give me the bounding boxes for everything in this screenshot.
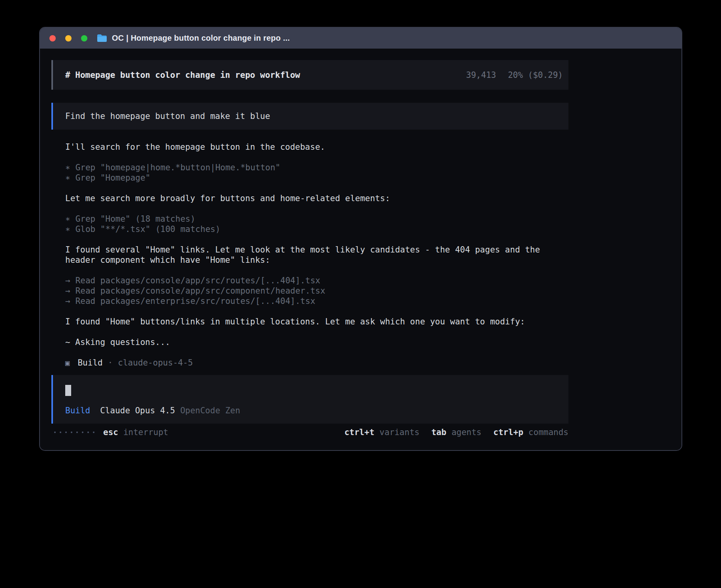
tool-call-glob: ∗ Glob "**/*.tsx" (100 matches) xyxy=(51,224,568,234)
tool-call-group: → Read packages/console/app/src/routes/[… xyxy=(51,275,568,306)
tool-call-group: ∗ Grep "homepage|home.*button|Home.*butt… xyxy=(51,162,568,183)
shortcut-label: agents xyxy=(451,427,481,437)
desktop-background: { "window": { "title": "OC | Homepage bu… xyxy=(0,0,721,588)
folder-icon xyxy=(97,34,107,42)
tool-marker: → xyxy=(65,275,70,286)
assistant-paragraph: I found several "Home" links. Let me loo… xyxy=(51,245,568,265)
terminal-content: # Homepage button color change in repo w… xyxy=(40,49,681,450)
tool-text: Read packages/console/app/src/routes/[..… xyxy=(75,275,321,286)
esc-key-hint: esc xyxy=(103,427,118,437)
assistant-paragraph: I found "Home" buttons/links in multiple… xyxy=(51,317,568,327)
tool-text: Read packages/enterprise/src/routes/[...… xyxy=(75,296,315,306)
status-bar: esc interrupt ctrl+t variants tab agents… xyxy=(51,427,568,437)
assistant-paragraph: I'll search for the homepage button in t… xyxy=(51,142,568,152)
tool-marker: ∗ xyxy=(65,173,70,183)
input-model-line: Build Claude Opus 4.5 OpenCode Zen xyxy=(65,405,568,416)
assistant-paragraph: Let me search more broadly for buttons a… xyxy=(51,193,568,204)
tool-marker: ∗ xyxy=(65,214,70,224)
tool-marker: → xyxy=(65,296,70,306)
token-count: 39,413 xyxy=(466,70,496,80)
tool-call-read: → Read packages/enterprise/src/routes/[.… xyxy=(51,296,568,306)
status-line: ~ Asking questions... xyxy=(51,337,568,347)
window-title: OC | Homepage button color change in rep… xyxy=(112,34,290,43)
user-message-text: Find the homepage button and make it blu… xyxy=(65,111,270,121)
tool-text: Grep "Home" (18 matches) xyxy=(75,214,195,224)
close-button[interactable] xyxy=(49,35,56,41)
tool-call-grep: ∗ Grep "Home" (18 matches) xyxy=(51,214,568,224)
session-header: # Homepage button color change in repo w… xyxy=(51,60,568,90)
status-bar-right: ctrl+t variants tab agents ctrl+p comman… xyxy=(344,427,568,437)
tool-text: Read packages/console/app/src/component/… xyxy=(75,286,325,296)
terminal-window: OC | Homepage button color change in rep… xyxy=(39,27,682,451)
spinner-dots-icon xyxy=(54,432,94,433)
shortcut-key: tab xyxy=(431,427,446,437)
agent-separator: · xyxy=(108,358,113,368)
traffic-lights xyxy=(49,35,87,41)
session-title: # Homepage button color change in repo w… xyxy=(65,70,300,80)
input-provider-label: OpenCode Zen xyxy=(180,405,240,416)
input-agent-label: Build xyxy=(65,405,90,416)
shortcut-variants: ctrl+t variants xyxy=(344,427,419,437)
tool-call-group: ∗ Grep "Home" (18 matches) ∗ Glob "**/*.… xyxy=(51,214,568,234)
tool-call-grep: ∗ Grep "homepage|home.*button|Home.*butt… xyxy=(51,162,568,173)
context-usage: 20% ($0.29) xyxy=(508,70,563,80)
shortcut-agents: tab agents xyxy=(431,427,481,437)
status-bar-left: esc interrupt xyxy=(51,427,168,437)
esc-key-label: interrupt xyxy=(123,427,168,437)
user-message: Find the homepage button and make it blu… xyxy=(51,103,568,130)
shortcut-label: variants xyxy=(379,427,419,437)
tool-text: Glob "**/*.tsx" (100 matches) xyxy=(75,224,221,234)
tool-text: Grep "homepage|home.*button|Home.*button… xyxy=(75,162,280,173)
shortcut-commands: ctrl+p commands xyxy=(493,427,568,437)
input-model-label: Claude Opus 4.5 xyxy=(100,405,175,416)
minimize-button[interactable] xyxy=(65,35,72,41)
zoom-button[interactable] xyxy=(81,35,87,41)
tool-marker: ∗ xyxy=(65,162,70,173)
agent-model-line: ▣ Build · claude-opus-4-5 xyxy=(51,358,568,368)
agent-model: claude-opus-4-5 xyxy=(118,358,193,368)
tool-marker: ∗ xyxy=(65,224,70,234)
text-cursor xyxy=(65,385,71,396)
prompt-input[interactable]: Build Claude Opus 4.5 OpenCode Zen xyxy=(51,375,568,424)
window-titlebar[interactable]: OC | Homepage button color change in rep… xyxy=(40,28,681,49)
session-meta: 39,413 20% ($0.29) xyxy=(466,70,563,80)
shortcut-key: ctrl+t xyxy=(344,427,374,437)
tool-text: Grep "Homepage" xyxy=(75,173,151,183)
agent-bullet-icon: ▣ xyxy=(65,358,70,368)
tool-marker: → xyxy=(65,286,70,296)
tool-call-read: → Read packages/console/app/src/componen… xyxy=(51,286,568,296)
agent-name: Build xyxy=(77,358,102,368)
tool-call-grep: ∗ Grep "Homepage" xyxy=(51,173,568,183)
tool-call-read: → Read packages/console/app/src/routes/[… xyxy=(51,275,568,286)
shortcut-key: ctrl+p xyxy=(493,427,523,437)
shortcut-label: commands xyxy=(528,427,568,437)
